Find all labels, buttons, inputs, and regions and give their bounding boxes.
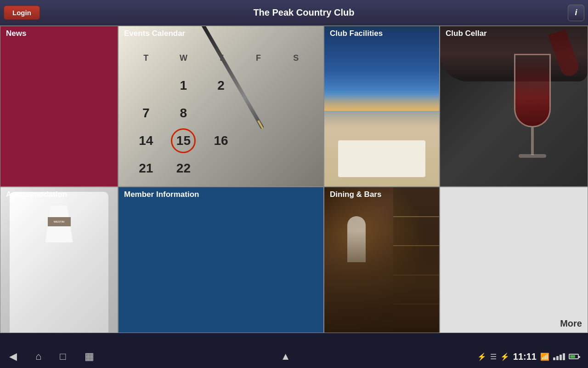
bar-2 bbox=[556, 356, 559, 360]
bar-3 bbox=[560, 355, 562, 360]
cal-cell-empty9 bbox=[203, 155, 239, 182]
cal-header-t2: T bbox=[203, 45, 239, 71]
facility-bed bbox=[338, 140, 425, 177]
home-icon[interactable]: ⌂ bbox=[35, 351, 41, 362]
tile-facilities[interactable]: Club Facilities bbox=[324, 26, 440, 187]
tile-events[interactable]: T W T F S 1 2 7 8 14 15 bbox=[118, 26, 324, 187]
facility-background bbox=[324, 26, 439, 186]
nav-right: ⚡ ☰ ⚡ 11:11 📶 bbox=[477, 351, 579, 362]
back-icon[interactable]: ◀ bbox=[9, 351, 17, 362]
glass-stem bbox=[531, 127, 534, 155]
calendar-background: T W T F S 1 2 7 8 14 15 bbox=[119, 26, 323, 186]
menu-icon[interactable]: ▲ bbox=[281, 351, 291, 362]
login-button[interactable]: Login bbox=[4, 6, 40, 20]
cal-cell-empty6 bbox=[277, 100, 314, 126]
cal-cell-empty10 bbox=[240, 155, 277, 182]
events-label: Events Calendar bbox=[119, 26, 191, 41]
dining-tables bbox=[324, 231, 439, 333]
cal-cell-15: 15 bbox=[165, 127, 202, 154]
accommodation-label: Accommodation bbox=[0, 187, 73, 202]
cal-cell-empty2 bbox=[240, 72, 277, 99]
cal-header-w: W bbox=[165, 45, 202, 71]
tile-more[interactable]: More bbox=[440, 187, 588, 333]
charge-icon: ⚡ bbox=[500, 352, 509, 361]
calendar-image: T W T F S 1 2 7 8 14 15 bbox=[119, 26, 323, 186]
glass-bowl bbox=[514, 54, 551, 127]
bar-1 bbox=[553, 357, 555, 360]
more-label: More bbox=[560, 318, 582, 329]
cal-cell-empty5 bbox=[240, 100, 277, 126]
cal-cell-7: 7 bbox=[128, 100, 164, 126]
cal-cell-2: 2 bbox=[203, 72, 239, 99]
wine-glass bbox=[505, 35, 560, 164]
cal-cell-empty11 bbox=[277, 155, 314, 182]
dining-label: Dining & Bars bbox=[324, 187, 387, 202]
top-bar: Login The Peak Country Club i bbox=[0, 0, 588, 26]
cal-cell-1: 1 bbox=[165, 72, 202, 99]
cal-cell-21: 21 bbox=[128, 155, 164, 182]
cal-cell-22: 22 bbox=[165, 155, 202, 182]
cal-cell-empty4 bbox=[203, 100, 239, 126]
qr-icon[interactable]: ▦ bbox=[85, 351, 94, 362]
tile-dining[interactable]: Dining & Bars bbox=[324, 187, 440, 333]
wifi-icon: 📶 bbox=[540, 352, 549, 361]
cellar-label: Club Cellar bbox=[440, 26, 492, 41]
cal-cell-16: 16 bbox=[203, 127, 239, 154]
accommodation-background: WESTIN bbox=[0, 187, 118, 333]
cal-cell-empty1 bbox=[128, 72, 164, 99]
robe-label: WESTIN bbox=[48, 217, 71, 226]
main-grid: News T W T F S 1 2 7 8 bbox=[0, 26, 588, 345]
robe-label-text: WESTIN bbox=[54, 220, 64, 223]
calendar-grid: T W T F S 1 2 7 8 14 15 bbox=[128, 45, 314, 182]
recents-icon[interactable]: □ bbox=[60, 351, 66, 362]
cal-header-s: S bbox=[277, 45, 314, 71]
bar-4 bbox=[563, 353, 565, 360]
cal-cell-empty7 bbox=[240, 127, 277, 154]
notification-icon: ☰ bbox=[490, 352, 497, 361]
robe-shape: WESTIN bbox=[10, 192, 108, 333]
dining-background bbox=[324, 187, 439, 333]
cal-header-f: F bbox=[240, 45, 277, 71]
cellar-background bbox=[440, 26, 588, 186]
cal-cell-empty3 bbox=[277, 72, 314, 99]
nav-left: ◀ ⌂ □ ▦ bbox=[9, 351, 94, 362]
tile-accommodation[interactable]: WESTIN Accommodation bbox=[0, 187, 118, 333]
usb-icon: ⚡ bbox=[477, 352, 486, 361]
glass-base bbox=[519, 154, 546, 158]
member-label: Member Information bbox=[119, 187, 204, 202]
cal-cell-8: 8 bbox=[165, 100, 202, 126]
cal-cell-empty8 bbox=[277, 127, 314, 154]
battery-icon bbox=[569, 354, 579, 359]
signal-bars bbox=[553, 353, 565, 360]
cal-cell-14: 14 bbox=[128, 127, 164, 154]
tile-member[interactable]: Member Information bbox=[118, 187, 324, 333]
tile-cellar[interactable]: Club Cellar bbox=[440, 26, 588, 187]
app-title: The Peak Country Club bbox=[40, 7, 568, 18]
cal-header-t1: T bbox=[128, 45, 164, 71]
info-button[interactable]: i bbox=[568, 5, 584, 21]
news-label: News bbox=[0, 26, 32, 41]
battery-fill bbox=[570, 355, 575, 358]
time-display: 11:11 bbox=[513, 351, 537, 362]
tile-news[interactable]: News bbox=[0, 26, 118, 187]
facilities-label: Club Facilities bbox=[324, 26, 388, 41]
bottom-bar: ◀ ⌂ □ ▦ ▲ ⚡ ☰ ⚡ 11:11 📶 bbox=[0, 345, 588, 368]
